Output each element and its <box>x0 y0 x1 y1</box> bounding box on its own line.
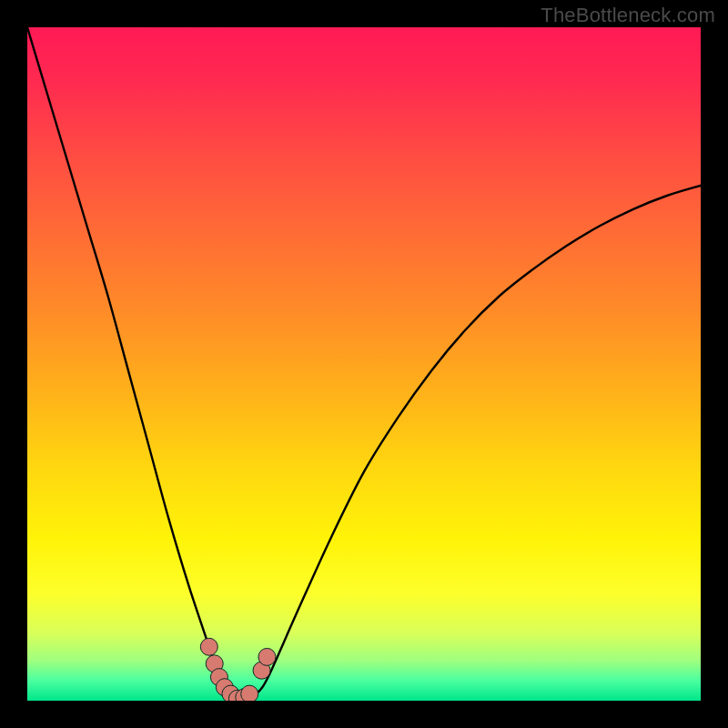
marker-left-cluster-start <box>200 638 217 655</box>
bottleneck-curve <box>27 27 701 700</box>
marker-group <box>200 638 276 701</box>
chart-frame: TheBottleneck.com <box>0 0 728 728</box>
marker-right-cluster-b <box>258 648 276 665</box>
plot-area <box>27 27 701 701</box>
chart-svg <box>27 27 701 701</box>
marker-valley-right-b <box>241 685 258 701</box>
watermark-text: TheBottleneck.com <box>541 4 715 27</box>
